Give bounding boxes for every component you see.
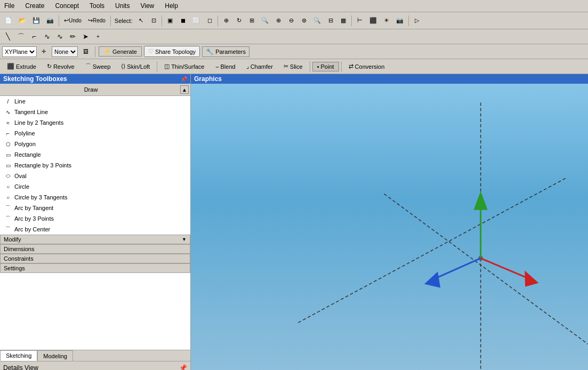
skinloft-label: Skin/Loft <box>127 63 150 70</box>
draw-collapse-btn[interactable]: ▲ <box>180 85 189 94</box>
zoom-select-btn[interactable]: 🔍 <box>311 15 324 27</box>
light-btn[interactable]: ☀ <box>381 15 392 27</box>
menu-file[interactable]: File <box>2 1 17 11</box>
move-btn[interactable]: ⊕ <box>220 15 232 27</box>
modify-section[interactable]: Modify ▼ <box>0 235 190 244</box>
tool-rectangle[interactable]: ▭ Rectangle <box>0 149 190 160</box>
select-box-btn[interactable]: ⊡ <box>148 15 159 27</box>
display-btn[interactable]: ▦ <box>337 15 349 27</box>
rotate-btn[interactable]: ↻ <box>233 15 245 27</box>
zoom-out-btn[interactable]: ⊖ <box>285 15 297 27</box>
menu-concept[interactable]: Concept <box>53 1 81 11</box>
tool-polygon[interactable]: ⬡ Polygon <box>0 139 190 149</box>
parameters-button[interactable]: 🔧 Parameters <box>202 46 249 57</box>
select-vertex-btn[interactable]: ◻ <box>204 15 215 27</box>
toolbar-row4: ⬛ Extrude ↻ Revolve ⌒ Sweep ⟨⟩ Skin/Loft… <box>0 59 588 74</box>
draw-line-btn[interactable]: ╲ <box>2 31 14 43</box>
plane-btn[interactable]: ⬛ <box>367 15 380 27</box>
draw-arrow-btn[interactable]: ➤ <box>79 31 91 43</box>
thinsurface-button[interactable]: ◫ Thin/Surface <box>159 61 209 71</box>
draw-extra-btn[interactable]: + <box>92 31 104 43</box>
blend-button[interactable]: ⌣ Blend <box>211 61 240 71</box>
conversion-icon: ⇄ <box>349 63 353 70</box>
select-mode-btn[interactable]: ↖ <box>135 15 147 27</box>
skinloft-button[interactable]: ⟨⟩ Skin/Loft <box>116 61 155 71</box>
line-icon: / <box>4 98 12 105</box>
tab-sketching[interactable]: Sketching <box>0 350 37 361</box>
extra-btn[interactable]: ▷ <box>411 15 423 27</box>
dimensions-section[interactable]: Dimensions <box>0 244 190 254</box>
thinsurface-icon: ◫ <box>164 63 170 70</box>
draw-curve-btn[interactable]: ∿ <box>41 31 53 43</box>
point-icon: • <box>317 63 319 70</box>
select-solid-btn[interactable]: ◼ <box>177 15 189 27</box>
view-options-btn[interactable]: ⊟ <box>325 15 336 27</box>
z-axis-line <box>384 194 588 344</box>
menu-units[interactable]: Units <box>113 1 132 11</box>
details-view-pin[interactable]: 📌 <box>179 364 187 371</box>
open-button[interactable]: 📂 <box>16 15 29 27</box>
details-view: Details View 📌 <box>0 361 190 370</box>
menu-view[interactable]: View <box>138 1 156 11</box>
toolbar-row3: XYPlane XZPlane YZPlane ✛ None 🖼 ⚡ Gener… <box>0 44 588 59</box>
menu-help[interactable]: Help <box>163 1 180 11</box>
zoom-all-btn[interactable]: ⊛ <box>298 15 310 27</box>
slice-button[interactable]: ✂ Slice <box>279 61 308 71</box>
separator8 <box>157 61 157 72</box>
plane-icon-btn[interactable]: ✛ <box>38 46 50 58</box>
draw-freehand-btn[interactable]: ✏ <box>67 31 78 43</box>
redo-button[interactable]: ↪ Redo <box>85 15 108 27</box>
tool-line-by-2-tangents[interactable]: ≈ Line by 2 Tangents <box>0 117 190 128</box>
tool-line[interactable]: / Line <box>0 96 190 107</box>
conversion-button[interactable]: ⇄ Conversion <box>344 61 390 71</box>
tool-circle-3tangents[interactable]: ○ Circle by 3 Tangents <box>0 192 190 203</box>
tool-oval[interactable]: ⬭ Oval <box>0 171 190 181</box>
select-face-btn[interactable]: ▣ <box>164 15 176 27</box>
settings-section[interactable]: Settings <box>0 263 190 273</box>
settings-label: Settings <box>4 265 25 271</box>
constraints-section[interactable]: Constraints <box>0 254 190 263</box>
zoom-area-btn[interactable]: 🔍 <box>259 15 271 27</box>
tool-polyline[interactable]: ⌐ Polyline <box>0 128 190 139</box>
screenshot-button[interactable]: 📷 <box>44 15 57 27</box>
sweep-button[interactable]: ⌒ Sweep <box>80 61 116 72</box>
extrude-button[interactable]: ⬛ Extrude <box>2 61 41 71</box>
tool-tangent-line-label: Tangent Line <box>14 109 48 115</box>
chamfer-button[interactable]: ⌟ Chamfer <box>241 61 278 71</box>
share-topology-button[interactable]: ♡ Share Topology <box>144 46 200 57</box>
tool-arc-center[interactable]: ⌒ Arc by Center <box>0 224 190 235</box>
left-panel-pin[interactable]: 📌 <box>181 76 187 82</box>
measure-btn[interactable]: ⊢ <box>354 15 366 27</box>
draw-poly-btn[interactable]: ⌐ <box>28 31 40 43</box>
separator7 <box>95 46 95 57</box>
graphics-area[interactable] <box>191 84 588 370</box>
tool-arc-3pts[interactable]: ⌒ Arc by 3 Points <box>0 213 190 224</box>
tool-rectangle-3pts[interactable]: ▭ Rectangle by 3 Points <box>0 160 190 171</box>
camera-btn[interactable]: 📷 <box>393 15 406 27</box>
point-button[interactable]: • Point <box>312 62 339 71</box>
save-button[interactable]: 💾 <box>30 15 43 27</box>
draw-label-text: Draw <box>2 86 180 93</box>
zoom-in-btn[interactable]: ⊕ <box>272 15 284 27</box>
revolve-button[interactable]: ↻ Revolve <box>42 61 79 71</box>
draw-spline-btn[interactable]: ∿ <box>54 31 66 43</box>
zoom-fit-btn[interactable]: ⊞ <box>246 15 257 27</box>
generate-button[interactable]: ⚡ Generate <box>99 46 142 57</box>
none-dropdown[interactable]: None <box>52 46 78 57</box>
tab-modeling[interactable]: Modeling <box>37 350 73 361</box>
new-button[interactable]: 📄 <box>2 15 15 27</box>
menu-tools[interactable]: Tools <box>87 1 107 11</box>
constraints-label: Constraints <box>4 255 34 262</box>
menu-create[interactable]: Create <box>23 1 46 11</box>
select-edge-btn[interactable]: ⬜ <box>190 15 203 27</box>
conversion-label: Conversion <box>355 63 385 70</box>
slice-icon: ✂ <box>284 63 288 70</box>
tool-arc-tangent[interactable]: ⌒ Arc by Tangent <box>0 203 190 213</box>
plane-extra-btn[interactable]: 🖼 <box>80 46 92 58</box>
undo-button[interactable]: ↩ Undo <box>61 15 84 27</box>
tool-circle[interactable]: ○ Circle <box>0 181 190 192</box>
extrude-icon: ⬛ <box>7 63 14 70</box>
tool-tangent-line[interactable]: ∿ Tangent Line <box>0 107 190 117</box>
draw-arc-btn[interactable]: ⌒ <box>15 31 27 43</box>
plane-dropdown[interactable]: XYPlane XZPlane YZPlane <box>2 46 37 57</box>
